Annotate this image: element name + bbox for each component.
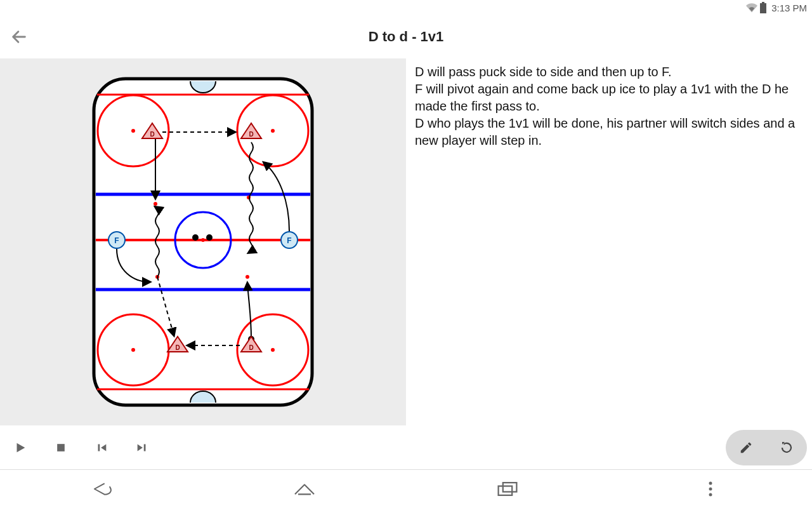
skip-previous-button[interactable] — [81, 430, 122, 465]
svg-point-41 — [709, 482, 712, 485]
more-vert-icon — [707, 480, 714, 498]
android-home-icon — [292, 480, 317, 498]
status-clock: 3:13 PM — [771, 3, 807, 13]
header: D to d - 1v1 — [0, 15, 812, 58]
pencil-icon — [739, 441, 753, 455]
nav-recent-button[interactable] — [482, 476, 533, 502]
play-button[interactable] — [0, 430, 41, 465]
skip-next-icon — [135, 441, 149, 455]
skip-previous-icon — [95, 441, 108, 455]
svg-rect-1 — [762, 2, 764, 3]
svg-rect-38 — [57, 444, 65, 451]
nav-more-button[interactable] — [685, 476, 736, 502]
nav-back-button[interactable] — [76, 476, 127, 502]
back-icon — [10, 28, 28, 46]
svg-point-29 — [206, 234, 213, 241]
back-button[interactable] — [0, 18, 38, 56]
svg-point-9 — [201, 238, 205, 242]
page-title: D to d - 1v1 — [38, 29, 774, 45]
svg-point-11 — [131, 129, 135, 133]
svg-text:F: F — [114, 236, 119, 245]
stop-icon — [55, 441, 67, 454]
edit-controls — [726, 430, 812, 465]
player-f-left: F — [108, 232, 125, 248]
android-recent-icon — [496, 480, 519, 498]
svg-rect-39 — [499, 486, 513, 495]
rotate-icon — [779, 440, 794, 455]
stop-button[interactable] — [41, 430, 81, 465]
battery-icon — [760, 2, 766, 13]
wifi-icon — [746, 2, 757, 13]
svg-point-28 — [192, 234, 199, 241]
rink-diagram: D D D D F F — [89, 74, 317, 410]
drill-diagram-pane: D D D D F F — [0, 58, 406, 425]
svg-point-15 — [131, 348, 135, 352]
svg-point-17 — [271, 348, 275, 352]
svg-text:D: D — [150, 131, 154, 138]
svg-point-42 — [709, 488, 712, 491]
play-icon — [13, 441, 27, 455]
svg-text:D: D — [249, 131, 253, 138]
svg-point-21 — [246, 275, 249, 279]
player-f-right: F — [281, 232, 298, 248]
svg-point-13 — [271, 129, 275, 133]
svg-point-43 — [709, 493, 712, 497]
android-back-icon — [89, 479, 114, 498]
edit-button[interactable] — [726, 430, 766, 465]
android-nav-bar — [0, 469, 812, 508]
status-bar: 3:13 PM — [0, 0, 812, 15]
svg-point-18 — [154, 202, 157, 206]
reset-button[interactable] — [766, 430, 807, 465]
nav-home-button[interactable] — [279, 476, 330, 502]
svg-text:F: F — [287, 236, 291, 245]
main-content: D D D D F F D will pass puck side to sid… — [0, 58, 812, 425]
playback-toolbar — [0, 425, 812, 470]
skip-next-button[interactable] — [122, 430, 162, 465]
svg-text:D: D — [175, 344, 180, 351]
drill-description: D will pass puck side to side and then u… — [406, 58, 812, 425]
svg-rect-0 — [760, 3, 766, 13]
svg-text:D: D — [249, 344, 253, 351]
svg-rect-40 — [503, 483, 517, 491]
